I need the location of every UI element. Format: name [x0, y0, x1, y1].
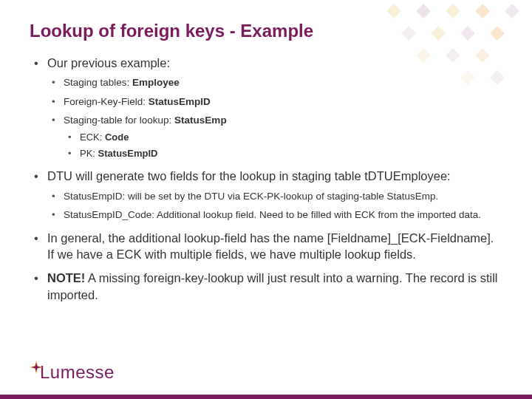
note-label: NOTE! [47, 271, 85, 284]
bullet-2-1: StatusEmpID: will be set by the DTU via … [47, 189, 498, 204]
brand-logo: Lumesse [30, 361, 115, 383]
logo-star-icon [30, 361, 43, 374]
svg-marker-1 [32, 363, 41, 372]
bullet-3: In general, the additional lookup-field … [30, 230, 498, 263]
bullet-1-3: Staging-table for lookup: StatusEmp ECK:… [47, 113, 498, 160]
slide-title: Lookup of foreign keys - Example [30, 21, 498, 41]
bullet-1-2: Foreign-Key-Field: StatusEmpID [47, 95, 498, 109]
bullet-2-2: StatusEmpID_Code: Additional lookup fiel… [47, 208, 498, 222]
bullet-4: NOTE! A missing foreign-key-lookup will … [30, 270, 498, 303]
bullet-1-3-2: PK: StatusEmpID [64, 147, 498, 160]
bullet-1-text: Our previous example: [47, 56, 170, 69]
footer-accent-bar [0, 395, 532, 399]
bullet-list: Our previous example: Staging tables: Em… [30, 55, 498, 303]
bullet-1-3-1: ECK: Code [64, 131, 498, 144]
bullet-2: DTU will generate two fields for the loo… [30, 168, 498, 222]
slide-content: Lookup of foreign keys - Example Our pre… [0, 0, 532, 399]
bullet-1-1: Staging tables: Employee [47, 75, 498, 90]
logo-text: Lumesse [40, 362, 115, 383]
bullet-1: Our previous example: Staging tables: Em… [30, 55, 498, 160]
